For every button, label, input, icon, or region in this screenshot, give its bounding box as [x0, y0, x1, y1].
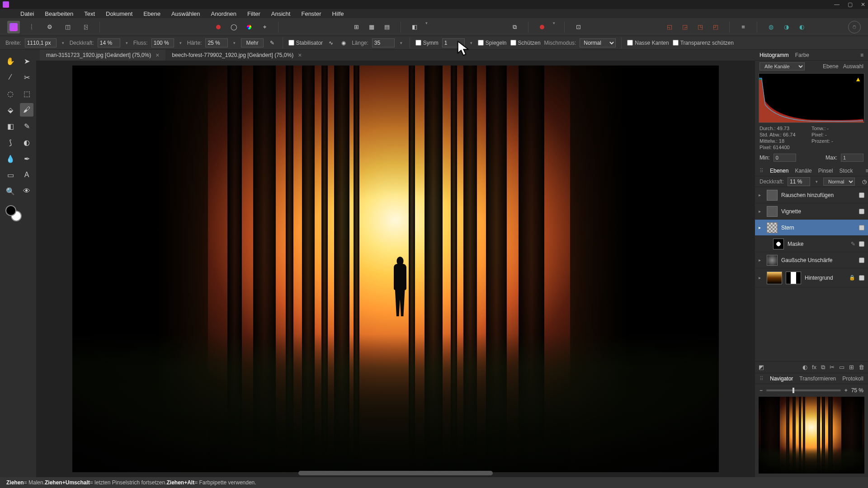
paint-brush-tool[interactable]: 🖌 [20, 103, 33, 117]
fx-layer-button[interactable]: fx [812, 364, 816, 371]
pen-tool[interactable]: ✒ [20, 152, 33, 165]
menu-text[interactable]: Text [84, 10, 95, 17]
adjustment-layer-button[interactable]: ◐ [802, 364, 807, 371]
panel-drag-handle[interactable]: ⠿ [760, 168, 764, 174]
document-tab-1[interactable]: man-3151723_1920.jpg [Geändert] (75,0%) … [40, 50, 165, 61]
nav-drag-handle[interactable]: ⠿ [760, 375, 764, 382]
layer-row-background[interactable]: ▸ Hintergrund 🔒 [755, 268, 868, 287]
rope-stabilizer-icon[interactable]: ∿ [326, 38, 335, 47]
length-dropdown[interactable]: ▾ [398, 41, 404, 45]
color-wheel-icon[interactable] [243, 21, 255, 33]
selection-square-icon[interactable] [212, 21, 225, 33]
layer-blendmode-select[interactable]: Normal [823, 178, 855, 186]
history-tab[interactable]: Protokoll [842, 375, 863, 382]
channels-tab[interactable]: Kanäle [795, 168, 811, 174]
dodge-tool[interactable]: ◐ [20, 136, 33, 149]
flood-select-tool[interactable]: ⬙ [4, 103, 17, 117]
text-tool[interactable]: A [20, 168, 33, 182]
grid-small-icon[interactable]: ⊞ [350, 21, 363, 33]
liquify-persona-button[interactable]: ⦚ [25, 21, 38, 33]
zoom-slider[interactable] [766, 389, 841, 391]
hist-min-input[interactable] [774, 154, 796, 162]
visibility-toggle[interactable] [859, 192, 864, 198]
arrange-backward-button[interactable]: ◲ [679, 21, 691, 33]
visibility-toggle[interactable] [859, 225, 864, 230]
clone-tool[interactable]: ⟆ [4, 136, 17, 149]
color-tab[interactable]: Farbe [795, 52, 809, 58]
quicklook-button[interactable]: ◧ [408, 21, 421, 33]
close-tab-2-button[interactable]: × [298, 52, 302, 59]
stock-tab[interactable]: Stock [839, 168, 853, 174]
document-tab-2[interactable]: beech-forest-779902_1920.jpg [Geändert] … [165, 50, 308, 61]
tone-persona-button[interactable]: ◫ [61, 21, 74, 33]
wet-edges-checkbox[interactable]: Nasse Kanten [627, 40, 669, 46]
color-picker-tool[interactable]: ⁄ [4, 70, 17, 84]
layer-row-stern[interactable]: ▸ Stern [755, 220, 868, 236]
hist-selection-toggle[interactable]: Auswahl [843, 63, 863, 70]
layers-tab[interactable]: Ebenen [770, 168, 788, 174]
hand-tool[interactable]: ✋ [4, 54, 17, 68]
stabilizer-checkbox[interactable]: Stabilisator [288, 40, 323, 46]
hardness-dropdown[interactable]: ▾ [231, 41, 237, 45]
symmetry-input[interactable] [442, 38, 465, 47]
zoom-in-button[interactable]: + [844, 387, 848, 394]
export-persona-button[interactable]: ⍄ [80, 21, 92, 33]
selection-brush-tool[interactable]: ◌ [4, 87, 17, 100]
add-layer-button[interactable]: ⊞ [849, 364, 854, 371]
close-tab-1-button[interactable]: × [156, 52, 159, 59]
width-input[interactable] [25, 38, 57, 47]
panel-menu-icon[interactable]: ≡ [860, 52, 863, 58]
boolean-subtract-button[interactable]: ◑ [780, 21, 793, 33]
layer-row-noise[interactable]: ▸ Rauschen hinzufügen [755, 187, 868, 203]
pressure-icon[interactable]: ✎ [267, 38, 277, 48]
histogram-tab[interactable]: Histogramm [760, 52, 789, 58]
brushes-tab[interactable]: Pinsel [818, 168, 833, 174]
layer-row-vignette[interactable]: ▸ Vignette [755, 203, 868, 220]
edit-mask-icon[interactable]: ✎ [851, 241, 855, 247]
more-button[interactable]: Mehr [241, 38, 263, 47]
grid-medium-icon[interactable]: ▦ [365, 21, 378, 33]
arrange-forward-button[interactable]: ◳ [694, 21, 707, 33]
erase-tool[interactable]: ◧ [4, 119, 17, 133]
arrange-back-button[interactable]: ◱ [663, 21, 676, 33]
blendmode-select[interactable]: Normal [580, 38, 616, 47]
crop-layer-button[interactable]: ✂ [830, 364, 835, 371]
menu-datei[interactable]: Datei [20, 10, 34, 17]
align-button[interactable]: ≡ [737, 21, 750, 33]
zoom-out-button[interactable]: − [760, 387, 763, 394]
symmetry-checkbox[interactable]: Symm [415, 40, 439, 46]
lock-icon[interactable]: 🔒 [849, 275, 855, 281]
account-button[interactable]: ⍥ [848, 21, 861, 33]
width-dropdown[interactable]: ▾ [60, 41, 66, 45]
mask-layer-button[interactable]: ◩ [759, 364, 764, 371]
layer-row-mask[interactable]: Maske ✎ [755, 236, 868, 252]
layer-row-gaussian[interactable]: ▸ Gaußsche Unschärfe [755, 252, 868, 268]
assist-dropdown[interactable]: ▾ [551, 21, 557, 33]
menu-ansicht[interactable]: Ansicht [271, 10, 291, 17]
menu-fenster[interactable]: Fenster [301, 10, 321, 17]
navigator-tab[interactable]: Navigator [770, 375, 793, 382]
maximize-button[interactable]: ▢ [848, 1, 853, 8]
hardness-input[interactable] [205, 38, 228, 47]
fill-tool[interactable]: ✎ [20, 119, 33, 133]
navigator-preview[interactable] [759, 397, 864, 474]
menu-bearbeiten[interactable]: Bearbeiten [45, 10, 73, 17]
menu-anordnen[interactable]: Anordnen [211, 10, 236, 17]
arrange-front-button[interactable]: ◰ [709, 21, 722, 33]
zoom-tool[interactable]: 🔍 [4, 184, 17, 198]
layer-fx-icon[interactable]: ◷ [862, 178, 867, 185]
assist-red-icon[interactable] [536, 21, 548, 33]
layer-opacity-input[interactable] [788, 177, 810, 186]
picker-icon[interactable]: ⌖ [258, 21, 271, 33]
flow-input[interactable] [151, 38, 174, 47]
canvas[interactable] [72, 66, 719, 472]
blur-tool[interactable]: 💧 [4, 152, 17, 165]
snapping-button[interactable]: ⧉ [508, 21, 521, 33]
transform-tab[interactable]: Transformieren [799, 375, 836, 382]
channel-select[interactable]: Alle Kanäle [760, 62, 805, 70]
selection-circle-icon[interactable]: ◯ [227, 21, 240, 33]
menu-ebene[interactable]: Ebene [143, 10, 160, 17]
visibility-toggle[interactable] [859, 241, 864, 247]
menu-hilfe[interactable]: Hilfe [332, 10, 344, 17]
menu-filter[interactable]: Filter [247, 10, 260, 17]
